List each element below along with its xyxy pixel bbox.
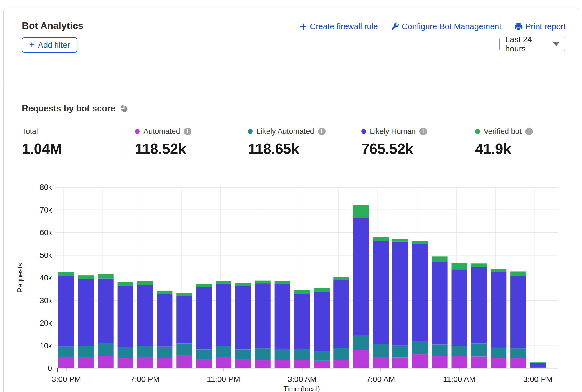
bar-segment-likely-automated[interactable] xyxy=(491,348,506,358)
info-icon[interactable]: i xyxy=(525,128,533,135)
bar-segment-automated[interactable] xyxy=(118,358,133,368)
bar-segment-automated[interactable] xyxy=(98,356,114,368)
bar-segment-likely-human[interactable] xyxy=(294,294,310,349)
bar-segment-likely-automated[interactable] xyxy=(412,341,428,354)
bar-segment-likely-automated[interactable] xyxy=(78,346,94,357)
bar-segment-verified-bot[interactable] xyxy=(118,282,133,286)
bar-segment-likely-human[interactable] xyxy=(58,276,74,347)
print-report-link[interactable]: Print report xyxy=(515,22,566,31)
bar-segment-likely-automated[interactable] xyxy=(353,335,369,350)
bar-segment-automated[interactable] xyxy=(373,357,389,368)
bar-segment-likely-human[interactable] xyxy=(157,294,172,347)
bar-segment-likely-human[interactable] xyxy=(530,363,546,367)
bot-score-chart[interactable]: 010k20k30k40k50k60k70k80k3:00 PM7:00 PM1… xyxy=(0,169,582,392)
bar-segment-automated[interactable] xyxy=(314,361,330,368)
bar-segment-automated[interactable] xyxy=(216,357,231,368)
bar-segment-verified-bot[interactable] xyxy=(471,263,487,267)
bar-segment-likely-automated[interactable] xyxy=(392,346,408,358)
bar-segment-verified-bot[interactable] xyxy=(412,241,428,244)
bar-segment-verified-bot[interactable] xyxy=(333,277,349,280)
info-icon[interactable]: i xyxy=(419,128,427,135)
bar-segment-likely-human[interactable] xyxy=(353,218,369,335)
bar-segment-automated[interactable] xyxy=(471,356,487,368)
bar-segment-likely-human[interactable] xyxy=(255,283,271,348)
bar-segment-verified-bot[interactable] xyxy=(373,237,389,241)
bar-segment-likely-automated[interactable] xyxy=(58,347,74,357)
bar-segment-verified-bot[interactable] xyxy=(196,284,212,287)
bar-segment-likely-automated[interactable] xyxy=(432,344,448,356)
bar-segment-likely-human[interactable] xyxy=(491,272,506,348)
bar-segment-verified-bot[interactable] xyxy=(78,275,94,279)
bar-segment-likely-human[interactable] xyxy=(235,286,251,350)
bar-segment-likely-human[interactable] xyxy=(392,241,408,345)
bar-segment-likely-automated[interactable] xyxy=(333,348,349,360)
bar-segment-automated[interactable] xyxy=(510,358,526,368)
bar-segment-automated[interactable] xyxy=(452,356,467,368)
bar-segment-likely-human[interactable] xyxy=(98,278,114,343)
bar-segment-automated[interactable] xyxy=(78,357,94,368)
bar-segment-automated[interactable] xyxy=(294,360,310,368)
bar-segment-automated[interactable] xyxy=(530,368,546,368)
bar-segment-automated[interactable] xyxy=(275,360,290,368)
bar-segment-likely-automated[interactable] xyxy=(452,346,467,356)
bar-segment-likely-human[interactable] xyxy=(275,284,290,349)
bar-segment-automated[interactable] xyxy=(333,360,349,368)
bar-segment-verified-bot[interactable] xyxy=(58,272,74,276)
bar-segment-likely-human[interactable] xyxy=(452,269,467,346)
bar-segment-verified-bot[interactable] xyxy=(137,281,153,285)
bar-segment-likely-automated[interactable] xyxy=(216,346,231,357)
bar-segment-likely-automated[interactable] xyxy=(294,349,310,360)
bar-segment-automated[interactable] xyxy=(491,358,506,368)
bar-segment-verified-bot[interactable] xyxy=(275,281,290,284)
bar-segment-likely-human[interactable] xyxy=(137,285,153,346)
bar-segment-likely-automated[interactable] xyxy=(137,346,153,357)
bar-segment-likely-human[interactable] xyxy=(314,292,330,351)
bar-segment-likely-human[interactable] xyxy=(196,287,212,349)
bar-segment-automated[interactable] xyxy=(432,356,448,368)
bar-segment-likely-human[interactable] xyxy=(471,267,487,343)
bar-segment-verified-bot[interactable] xyxy=(235,283,251,286)
bar-segment-likely-human[interactable] xyxy=(176,296,192,343)
bar-segment-likely-human[interactable] xyxy=(432,261,448,344)
configure-bot-management-link[interactable]: Configure Bot Management xyxy=(391,22,502,31)
info-icon[interactable]: i xyxy=(318,128,326,135)
bar-segment-verified-bot[interactable] xyxy=(510,271,526,276)
bar-segment-likely-automated[interactable] xyxy=(235,349,251,359)
bar-segment-automated[interactable] xyxy=(353,350,369,368)
bar-segment-verified-bot[interactable] xyxy=(491,269,506,272)
bar-segment-likely-human[interactable] xyxy=(216,284,231,346)
bar-segment-automated[interactable] xyxy=(235,359,251,368)
bar-segment-automated[interactable] xyxy=(157,358,172,368)
bar-segment-likely-automated[interactable] xyxy=(314,351,330,361)
bar-segment-likely-automated[interactable] xyxy=(157,347,172,358)
bar-segment-verified-bot[interactable] xyxy=(314,288,330,292)
bar-segment-automated[interactable] xyxy=(255,360,271,368)
bar-segment-verified-bot[interactable] xyxy=(176,293,192,296)
bar-segment-likely-automated[interactable] xyxy=(118,347,133,358)
bar-segment-verified-bot[interactable] xyxy=(294,290,310,294)
bar-segment-automated[interactable] xyxy=(196,359,212,368)
bar-segment-likely-automated[interactable] xyxy=(510,348,526,358)
bar-segment-likely-automated[interactable] xyxy=(196,349,212,359)
bar-segment-verified-bot[interactable] xyxy=(452,263,467,269)
bar-segment-verified-bot[interactable] xyxy=(255,281,271,283)
bar-segment-verified-bot[interactable] xyxy=(98,274,114,279)
bar-segment-likely-human[interactable] xyxy=(373,241,389,344)
bar-segment-likely-human[interactable] xyxy=(412,244,428,341)
create-firewall-rule-link[interactable]: Create firewall rule xyxy=(299,22,378,31)
bar-segment-likely-automated[interactable] xyxy=(373,344,389,357)
bar-segment-likely-automated[interactable] xyxy=(530,367,546,368)
bar-segment-likely-automated[interactable] xyxy=(471,343,487,356)
bar-segment-likely-human[interactable] xyxy=(510,276,526,348)
bar-segment-likely-human[interactable] xyxy=(118,286,133,347)
time-range-select[interactable]: Last 24 hours xyxy=(499,37,565,51)
bar-segment-automated[interactable] xyxy=(137,357,153,368)
bar-segment-automated[interactable] xyxy=(176,355,192,368)
bar-segment-automated[interactable] xyxy=(58,357,74,368)
bar-segment-verified-bot[interactable] xyxy=(216,281,231,284)
bar-segment-likely-automated[interactable] xyxy=(98,343,114,356)
bar-segment-automated[interactable] xyxy=(392,357,408,368)
bar-segment-likely-automated[interactable] xyxy=(176,343,192,355)
add-filter-button[interactable]: + Add filter xyxy=(22,37,77,53)
bar-segment-verified-bot[interactable] xyxy=(432,256,448,261)
